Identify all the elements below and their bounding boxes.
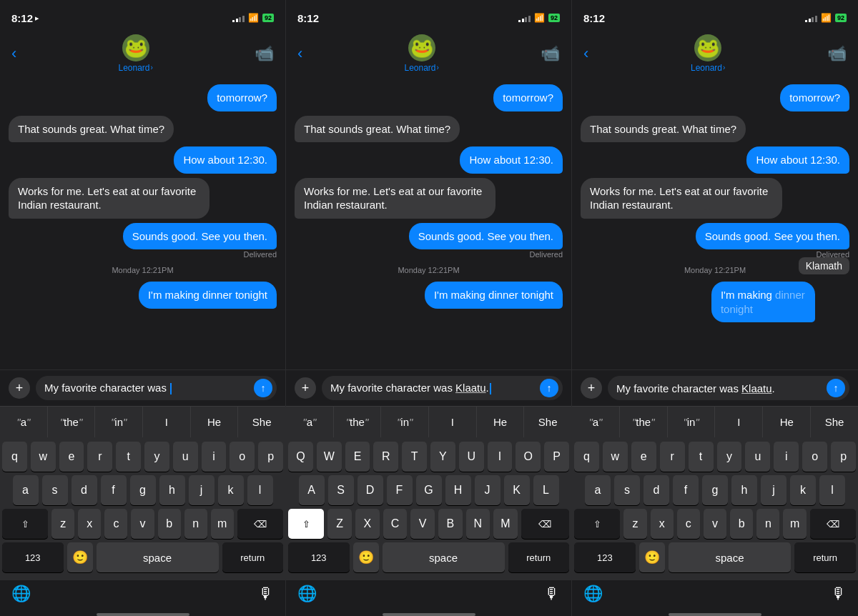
key2-K[interactable]: K [504, 475, 530, 505]
key3-e[interactable]: e [631, 442, 656, 472]
key2-S[interactable]: S [328, 475, 354, 505]
key-s[interactable]: s [42, 475, 68, 505]
key-p[interactable]: p [258, 442, 283, 472]
key-x[interactable]: x [78, 509, 101, 539]
mic-icon-2[interactable]: 🎙 [544, 585, 560, 603]
key-return-3[interactable]: return [794, 542, 856, 572]
key-i[interactable]: i [202, 442, 227, 472]
autocomplete3-I[interactable]: I [715, 407, 763, 437]
key-l[interactable]: l [247, 475, 273, 505]
key-z[interactable]: z [51, 509, 74, 539]
key-shift-3[interactable]: ⇧ [574, 509, 620, 539]
key3-u[interactable]: u [745, 442, 770, 472]
key-t[interactable]: t [116, 442, 141, 472]
key3-v[interactable]: v [704, 509, 726, 539]
key-r[interactable]: r [87, 442, 112, 472]
globe-icon-1[interactable]: 🌐 [11, 585, 31, 603]
key-space-1[interactable]: space [97, 542, 219, 572]
autocomplete2-I[interactable]: I [429, 407, 477, 437]
key3-n[interactable]: n [756, 509, 779, 539]
key-o[interactable]: o [230, 442, 255, 472]
key2-I[interactable]: I [488, 442, 513, 472]
autocomplete3-He[interactable]: He [763, 407, 811, 437]
plus-button-2[interactable]: + [295, 377, 316, 399]
key-v[interactable]: v [131, 509, 154, 539]
autocomplete3-a[interactable]: "a" [572, 407, 620, 437]
key-f[interactable]: f [101, 475, 127, 505]
contact-name-1[interactable]: Leonard [118, 63, 149, 73]
autocomplete2-She[interactable]: She [524, 407, 571, 437]
autocomplete2-He[interactable]: He [477, 407, 525, 437]
key3-c[interactable]: c [677, 509, 700, 539]
autocomplete-He[interactable]: He [191, 407, 239, 437]
key3-p[interactable]: p [831, 442, 856, 472]
key3-f[interactable]: f [673, 475, 699, 505]
back-button-2[interactable]: ‹ [297, 44, 302, 63]
key2-M[interactable]: M [493, 509, 518, 539]
key-g[interactable]: g [130, 475, 156, 505]
key-space-3[interactable]: space [669, 542, 792, 572]
key2-W[interactable]: W [317, 442, 342, 472]
key-m[interactable]: m [211, 509, 234, 539]
key-e[interactable]: e [59, 442, 84, 472]
key-emoji-1[interactable]: 🙂 [67, 542, 93, 572]
key3-q[interactable]: q [574, 442, 599, 472]
key3-w[interactable]: w [603, 442, 628, 472]
autocomplete3-She[interactable]: She [811, 407, 858, 437]
key-delete-3[interactable]: ⌫ [810, 509, 856, 539]
key-k[interactable]: k [218, 475, 244, 505]
autocomplete3-in[interactable]: "in" [668, 407, 716, 437]
autocomplete-the[interactable]: "the" [48, 407, 96, 437]
key2-C[interactable]: C [383, 509, 408, 539]
key-h[interactable]: h [159, 475, 185, 505]
autocomplete-a[interactable]: "a" [0, 407, 48, 437]
send-button-3[interactable]: ↑ [827, 379, 845, 397]
key-123-3[interactable]: 123 [574, 542, 636, 572]
key-q[interactable]: q [2, 442, 27, 472]
key2-B[interactable]: B [438, 509, 463, 539]
key3-x[interactable]: x [651, 509, 674, 539]
key-w[interactable]: w [31, 442, 56, 472]
key-n[interactable]: n [184, 509, 207, 539]
key3-y[interactable]: y [717, 442, 742, 472]
key2-J[interactable]: J [475, 475, 500, 505]
key3-g[interactable]: g [702, 475, 728, 505]
key3-s[interactable]: s [614, 475, 640, 505]
key2-L[interactable]: L [533, 475, 559, 505]
key-y[interactable]: y [144, 442, 169, 472]
key3-j[interactable]: j [761, 475, 786, 505]
globe-icon-3[interactable]: 🌐 [583, 585, 603, 603]
autocomplete3-the[interactable]: "the" [620, 407, 668, 437]
key-emoji-3[interactable]: 🙂 [639, 542, 665, 572]
key-c[interactable]: c [104, 509, 127, 539]
key2-Y[interactable]: Y [430, 442, 455, 472]
globe-icon-2[interactable]: 🌐 [297, 585, 317, 603]
key-emoji-2[interactable]: 🙂 [353, 542, 379, 572]
key2-P[interactable]: P [544, 442, 569, 472]
autocomplete-I[interactable]: I [143, 407, 191, 437]
video-icon-1[interactable]: 📹 [255, 44, 274, 63]
mic-icon-1[interactable]: 🎙 [258, 585, 274, 603]
key-d[interactable]: d [72, 475, 97, 505]
video-icon-3[interactable]: 📹 [827, 44, 847, 63]
text-input-3[interactable]: My favorite character was Klaatu. ↑ [608, 376, 849, 400]
plus-button-1[interactable]: + [9, 377, 30, 399]
key3-r[interactable]: r [660, 442, 685, 472]
mic-icon-3[interactable]: 🎙 [831, 585, 847, 603]
key-return-2[interactable]: return [508, 542, 570, 572]
back-button-1[interactable]: ‹ [11, 44, 16, 63]
key-shift-2[interactable]: ⇧ [288, 509, 324, 539]
key3-m[interactable]: m [783, 509, 806, 539]
autocomplete-in[interactable]: "in" [95, 407, 143, 437]
text-input-1[interactable]: My favorite character was ↑ [36, 376, 277, 400]
key2-O[interactable]: O [516, 442, 541, 472]
key-delete-2[interactable]: ⌫ [521, 509, 569, 539]
key3-a[interactable]: a [585, 475, 611, 505]
key-shift-1[interactable]: ⇧ [2, 509, 48, 539]
key2-U[interactable]: U [459, 442, 484, 472]
key2-E[interactable]: E [345, 442, 370, 472]
video-icon-2[interactable]: 📹 [541, 44, 560, 63]
popup-klamath[interactable]: Klamath [799, 257, 849, 274]
autocomplete2-in[interactable]: "in" [381, 407, 429, 437]
key2-F[interactable]: F [387, 475, 413, 505]
